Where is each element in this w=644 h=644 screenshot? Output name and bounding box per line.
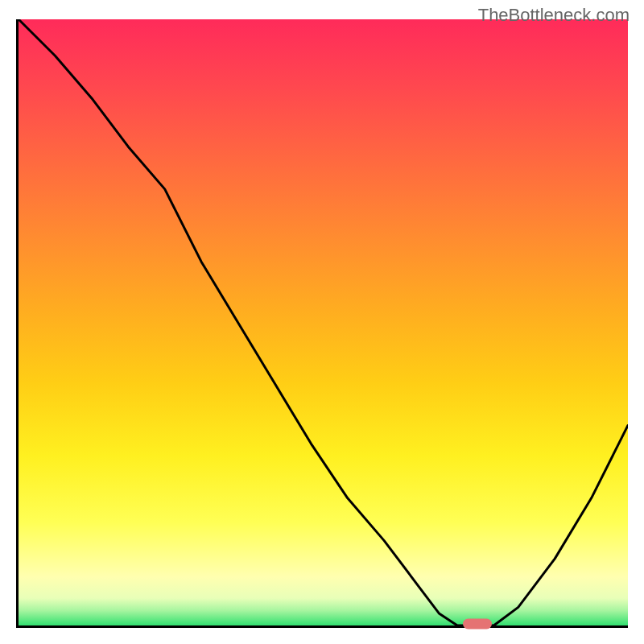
- plot-area: [16, 19, 628, 628]
- optimal-marker: [463, 619, 492, 630]
- watermark-text: TheBottleneck.com: [478, 5, 630, 26]
- bottleneck-chart: TheBottleneck.com: [0, 0, 644, 644]
- curve-svg: [19, 19, 628, 625]
- bottleneck-curve-path: [19, 19, 628, 625]
